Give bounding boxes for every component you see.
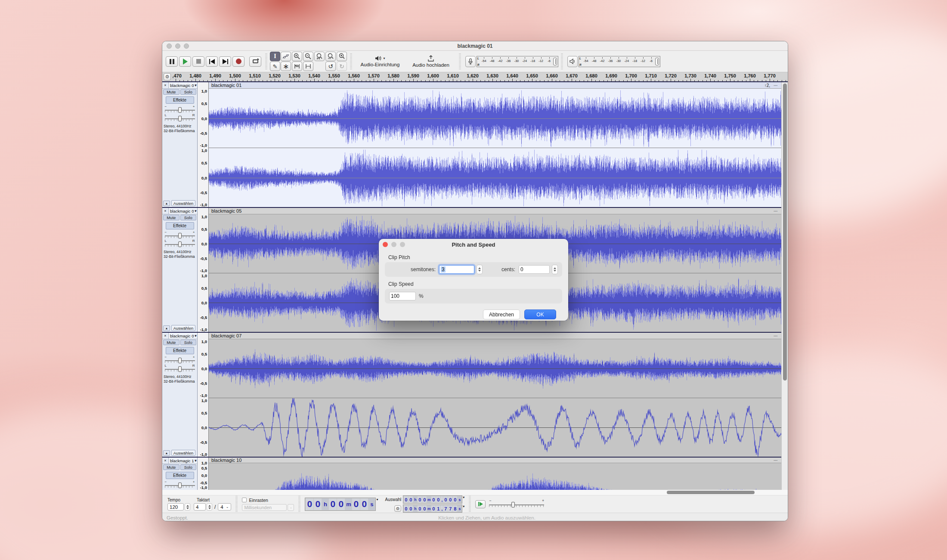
undo-button[interactable]: ↺ (325, 62, 336, 71)
pan-slider-thumb[interactable] (178, 241, 182, 247)
gain-slider-thumb[interactable] (178, 483, 182, 488)
time-digit[interactable]: 0 (453, 496, 457, 503)
zoom-window-button[interactable] (184, 43, 189, 49)
close-window-button[interactable] (167, 43, 172, 49)
time-digit[interactable]: 0 (436, 496, 440, 503)
pan-slider[interactable]: L R (165, 240, 195, 247)
waveform-canvas[interactable] (209, 398, 781, 457)
clip-menu-button[interactable]: ⋯ (774, 334, 778, 338)
selection-start-display[interactable]: 00h00m00,000s (403, 495, 462, 504)
tempo-stepper[interactable] (185, 503, 190, 510)
speed-slider-thumb[interactable] (511, 502, 515, 507)
gain-slider-thumb[interactable] (178, 233, 182, 238)
time-digit[interactable]: 0 (422, 505, 427, 512)
selection-tool-button[interactable]: I (270, 52, 280, 61)
time-digit[interactable]: 0 (443, 496, 448, 503)
mute-button[interactable]: Mute (163, 89, 179, 95)
clip-menu-button[interactable]: ⋯ (774, 209, 778, 213)
horizontal-scrollbar[interactable] (162, 490, 788, 495)
select-track-button[interactable]: Auswählen (171, 325, 195, 331)
clip-header[interactable]: blackmagic 07 ⋯ (209, 333, 781, 339)
pause-button[interactable] (166, 56, 178, 67)
effects-button[interactable]: Effekte (166, 347, 194, 354)
clip-menu-button[interactable]: ⋯ (774, 458, 778, 463)
select-track-button[interactable]: Auswählen (171, 200, 195, 206)
dialog-close-button[interactable] (383, 242, 388, 247)
mute-button[interactable]: Mute (163, 340, 179, 345)
toolbar-gripper[interactable] (235, 496, 238, 512)
waveform-canvas[interactable] (209, 148, 781, 207)
timeline-scale[interactable]: 1,4701,4801,4901,5001,5101,5201,5301,540… (173, 72, 788, 81)
zoom-in-button[interactable] (292, 52, 302, 61)
semitones-input[interactable]: 3 (439, 265, 474, 274)
audio-upload-button[interactable]: Audio hochladen (405, 52, 456, 71)
skip-start-button[interactable] (206, 56, 218, 67)
zoom-selection-button[interactable] (314, 52, 325, 61)
select-track-button[interactable]: Auswählen (171, 450, 195, 456)
trim-audio-button[interactable] (292, 62, 302, 71)
time-digit[interactable]: 0 (409, 505, 413, 512)
time-digit[interactable]: 0 (360, 498, 368, 510)
toolbar-gripper[interactable] (298, 496, 300, 512)
record-button[interactable] (232, 56, 244, 67)
time-digit[interactable]: 0 (404, 505, 408, 512)
play-button[interactable] (179, 56, 191, 67)
redo-button[interactable]: ↻ (337, 62, 347, 71)
track-close-button[interactable]: × (162, 333, 169, 339)
draw-tool-button[interactable]: ✎ (270, 62, 280, 71)
mute-button[interactable]: Mute (163, 464, 179, 470)
time-digit[interactable]: 7 (448, 505, 452, 512)
clip-header[interactable]: blackmagic 01 ↑2, ⋯ (209, 82, 781, 89)
effects-button[interactable]: Effekte (166, 96, 194, 104)
silence-audio-button[interactable] (303, 62, 313, 71)
envelope-tool-button[interactable] (281, 52, 291, 61)
collapse-track-button[interactable]: ▲ (163, 325, 170, 331)
timesig-stepper[interactable] (207, 503, 212, 510)
solo-button[interactable]: Solo (180, 215, 197, 220)
toolbar-gripper[interactable] (350, 53, 352, 70)
minimize-window-button[interactable] (175, 43, 180, 49)
time-digit[interactable]: 0 (404, 496, 408, 503)
audio-setup-button[interactable]: ▾ Audio-Einrichtung (355, 52, 405, 71)
track-close-button[interactable]: × (162, 82, 169, 89)
timeline-options-button[interactable]: ⚙ (164, 73, 171, 80)
gain-slider[interactable]: − + (165, 481, 195, 488)
toolbar-gripper[interactable] (561, 53, 563, 70)
gain-slider[interactable]: − + (165, 106, 195, 112)
time-digit[interactable]: 0 (337, 498, 345, 510)
waveform-canvas[interactable] (209, 89, 781, 148)
time-digit[interactable]: 0 (431, 496, 436, 503)
track-name-dropdown[interactable]: blackmagic 0 ▼ (169, 208, 197, 214)
time-digit[interactable]: , (441, 496, 443, 503)
time-digit[interactable]: 1 (436, 505, 440, 512)
speed-input[interactable]: 100 (389, 292, 416, 300)
skip-end-button[interactable] (219, 56, 231, 67)
collapse-track-button[interactable]: ▲ (163, 201, 170, 206)
clip-header[interactable]: blackmagic 05 ⋯ (209, 208, 781, 214)
toolbar-gripper[interactable] (459, 53, 461, 70)
loop-button[interactable] (249, 56, 261, 67)
time-digit[interactable]: 0 (422, 496, 427, 503)
time-digit[interactable]: 0 (431, 505, 436, 512)
gain-slider[interactable]: − + (165, 232, 195, 238)
time-digit[interactable]: , (441, 505, 443, 512)
clip-header[interactable]: blackmagic 10 ⋯ (209, 458, 781, 463)
recording-meter[interactable]: LR -54-48-42-36-30-24-18-12-6 (465, 56, 558, 67)
track-close-button[interactable]: × (162, 208, 169, 214)
time-digit[interactable]: 8 (453, 505, 457, 512)
track-name-dropdown[interactable]: blackmagic 1 ▼ (169, 458, 197, 464)
playback-speed-slider[interactable]: − + (489, 500, 544, 508)
dialog-zoom-button[interactable] (400, 242, 405, 247)
solo-button[interactable]: Solo (180, 340, 197, 345)
collapse-track-button[interactable]: ▲ (163, 450, 170, 456)
stop-button[interactable] (192, 56, 204, 67)
snap-format-chevron[interactable]: ⌄ (288, 504, 294, 511)
effects-button[interactable]: Effekte (166, 472, 194, 479)
toolbar-gripper[interactable] (469, 496, 471, 512)
gain-slider-thumb[interactable] (178, 358, 182, 363)
selection-end-display[interactable]: 00h00m01,778s (403, 504, 462, 513)
timeline-ruler[interactable]: ⚙ 1,4701,4801,4901,5001,5101,5201,5301,5… (162, 72, 788, 82)
time-digit[interactable]: 7 (443, 505, 448, 512)
timesig-lower-dropdown[interactable]: 4 ⌄ (218, 503, 231, 510)
ok-button[interactable]: OK (524, 309, 556, 319)
